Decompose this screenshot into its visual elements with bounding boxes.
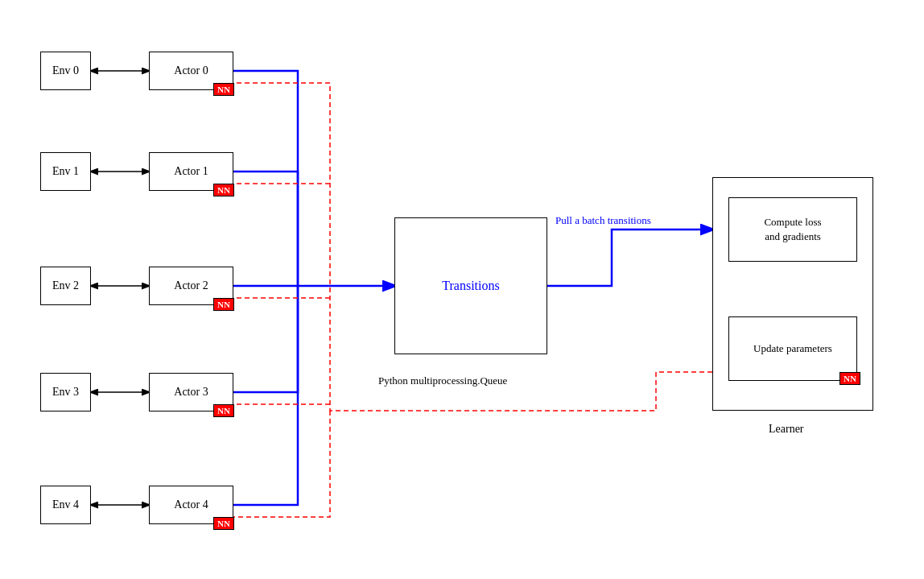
nn-badge-actor-0: NN bbox=[213, 83, 234, 96]
env-box-0: Env 0 bbox=[40, 52, 91, 90]
transitions-label: Transitions bbox=[442, 279, 499, 293]
nn-badge-actor-1: NN bbox=[213, 184, 234, 196]
env-box-4: Env 4 bbox=[40, 486, 91, 524]
env-box-1: Env 1 bbox=[40, 152, 91, 191]
compute-loss-box: Compute lossand gradients bbox=[728, 197, 857, 262]
nn-badge-actor-2: NN bbox=[213, 298, 234, 311]
learner-label: Learner bbox=[769, 423, 804, 436]
diagram: Env 0 Env 1 Env 2 Env 3 Env 4 Actor 0 Ac… bbox=[0, 0, 924, 579]
env-box-2: Env 2 bbox=[40, 267, 91, 305]
nn-badge-actor-4: NN bbox=[213, 517, 234, 530]
compute-loss-label: Compute lossand gradients bbox=[764, 215, 821, 244]
nn-badge-learner: NN bbox=[839, 372, 860, 385]
env-box-3: Env 3 bbox=[40, 373, 91, 412]
transitions-box: Transitions bbox=[394, 217, 547, 354]
queue-label: Python multiprocessing.Queue bbox=[378, 374, 507, 387]
update-params-label: Update parameters bbox=[753, 342, 832, 355]
nn-badge-actor-3: NN bbox=[213, 404, 234, 417]
update-params-box: Update parameters bbox=[728, 316, 857, 381]
pull-batch-label: Pull a batch transitions bbox=[555, 214, 651, 227]
